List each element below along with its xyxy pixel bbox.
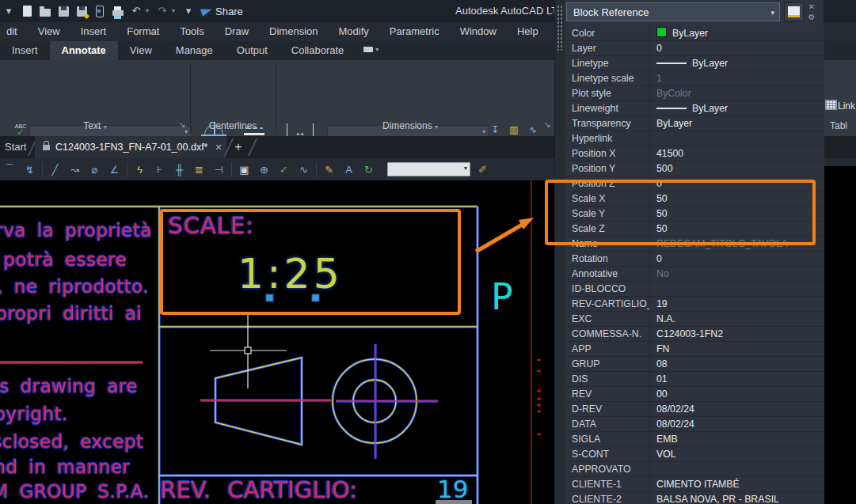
property-value[interactable]: C124003-1FN2 (650, 327, 824, 341)
property-row[interactable]: S-CONTVOL (565, 447, 824, 462)
property-row[interactable]: Rotation0 (565, 252, 824, 267)
new-tab-button[interactable]: + (231, 140, 245, 154)
property-row[interactable]: Hyperlink (565, 131, 824, 146)
dim-text-angle-icon[interactable]: A (341, 162, 356, 177)
property-row[interactable]: LinetypeByLayer (565, 56, 824, 71)
dimensions-dialog-launcher-icon[interactable]: ↘ (544, 120, 550, 129)
property-row[interactable]: Position Z0 (565, 176, 824, 191)
dim-break-icon[interactable]: ⊣ (211, 162, 226, 177)
palette-settings-gear-icon[interactable]: ⚙ (806, 12, 817, 22)
property-row[interactable]: DIS01 (565, 372, 824, 387)
tab-output[interactable]: Output (225, 41, 280, 60)
jog-line-icon[interactable]: ∿ (296, 162, 311, 177)
redo-menu-icon[interactable]: ▾ (171, 5, 176, 17)
property-value[interactable]: 0 (650, 252, 824, 266)
ribbon-minimize-button[interactable]: ▾ (363, 46, 379, 53)
property-value[interactable]: EMB (650, 432, 824, 446)
property-value[interactable]: 41500 (650, 146, 824, 161)
tab-view[interactable]: View (118, 41, 164, 60)
property-row[interactable]: CLIENTE-2BALSA NOVA, PR - BRASIL (565, 492, 824, 504)
property-row[interactable]: NameREDECAM_TITOLO_TAVOLA (565, 237, 824, 252)
property-value[interactable] (650, 462, 824, 476)
print-icon[interactable] (112, 5, 124, 17)
property-row[interactable]: Scale Z50 (565, 222, 824, 237)
menu-item-help[interactable]: Help (507, 22, 549, 41)
link-data-button[interactable]: Link D (838, 100, 856, 112)
menu-item-tools[interactable]: Tools (169, 22, 214, 41)
menu-item-parametric[interactable]: Parametric (379, 22, 450, 41)
property-value[interactable]: 08 (650, 357, 824, 371)
jogged-dim-icon[interactable]: ↯ (22, 162, 37, 177)
property-row[interactable]: Scale X50 (565, 191, 824, 207)
property-value[interactable]: 1 (650, 71, 824, 85)
quick-select-button[interactable] (784, 2, 804, 21)
property-value[interactable]: ByColor (650, 86, 824, 100)
center-mark-icon[interactable]: ⊕ (257, 162, 272, 177)
property-row[interactable]: APPFN (565, 342, 824, 357)
radius-dim-icon[interactable]: ╱ (48, 162, 63, 177)
property-row[interactable]: Layer0 (565, 41, 824, 56)
menu-item-modify[interactable]: Modify (329, 22, 379, 41)
app-menu-down-icon[interactable]: ▾ (3, 5, 14, 17)
menu-item-dit[interactable]: dit (0, 22, 28, 41)
property-value[interactable]: ByLayer (650, 116, 824, 131)
text-panel-label[interactable]: Text ▾ (0, 119, 190, 134)
palette-grip-bar[interactable] (555, 0, 565, 504)
arc-length-dim-icon[interactable]: ⌒ (2, 162, 17, 177)
property-row[interactable]: Linetype scale1 (565, 71, 824, 86)
tab-insert[interactable]: Insert (0, 41, 50, 60)
property-value[interactable]: 50 (650, 207, 824, 221)
quick-dim-icon[interactable]: ϟ (132, 162, 147, 177)
property-value[interactable]: FN (650, 342, 824, 356)
qat-customize-icon[interactable]: ▾ (183, 5, 194, 17)
property-row[interactable]: REV-CARTIGLIO_...19 (565, 297, 824, 312)
property-row[interactable]: D-REV08/02/24 (565, 402, 824, 417)
baseline-dim-icon[interactable]: ⊦ (152, 162, 167, 177)
property-value[interactable]: 0 (650, 176, 824, 191)
property-value[interactable]: 01 (650, 372, 824, 386)
property-value[interactable]: BALSA NOVA, PR - BRASIL (650, 492, 824, 504)
property-value[interactable]: 0 (650, 41, 824, 55)
property-row[interactable]: Plot styleByColor (565, 86, 824, 101)
palette-close-icon[interactable]: ✕ (806, 2, 817, 12)
property-row[interactable]: GRUP08 (565, 357, 824, 372)
tab-collaborate[interactable]: Collaborate (280, 41, 356, 60)
property-row[interactable]: EXCN.A. (565, 312, 824, 327)
undo-icon[interactable]: ↶ (131, 5, 142, 17)
property-value[interactable]: No (650, 267, 824, 281)
dim-edit-icon[interactable]: ✎ (321, 162, 337, 177)
jogged-radius-dim-icon[interactable]: ↝ (67, 162, 82, 177)
share-icon[interactable] (201, 5, 212, 17)
save-icon[interactable] (58, 5, 69, 17)
menu-item-format[interactable]: Format (116, 22, 169, 41)
continue-dim-icon[interactable]: ╫ (172, 162, 187, 177)
property-row[interactable]: REV00 (565, 387, 824, 402)
redo-icon[interactable]: ↷ (157, 5, 168, 17)
property-row[interactable]: LineweightByLayer (565, 101, 824, 116)
dim-override-icon[interactable]: ↻ (361, 162, 376, 177)
active-file-tab[interactable]: C124003-1FN3_FN-A7-01_00.dxf* ✕ (35, 136, 226, 158)
property-row[interactable]: DATA08/02/24 (565, 417, 824, 432)
property-row[interactable]: SIGLAEMB (565, 432, 824, 447)
property-value[interactable]: VOL (650, 447, 824, 461)
dimstyle-dropdown[interactable]: ▾ (387, 162, 470, 176)
property-row[interactable]: Position Y500 (565, 161, 824, 176)
tab-annotate[interactable]: Annotate (50, 41, 118, 60)
dimensions-panel-label[interactable]: Dimensions ▾ (276, 119, 545, 134)
property-row[interactable]: ID-BLOCCO (565, 282, 824, 297)
property-value[interactable]: CIMENTO ITAMBÉ (650, 477, 824, 491)
menu-item-view[interactable]: View (28, 22, 70, 41)
menu-item-window[interactable]: Window (450, 22, 507, 41)
property-value[interactable]: N.A. (650, 312, 824, 326)
new-file-icon[interactable] (21, 5, 32, 17)
dim-style-icon[interactable]: ▣ (237, 162, 252, 177)
diameter-dim-icon[interactable]: ⌀ (87, 162, 102, 177)
dim-update-icon[interactable]: ✓ (276, 162, 291, 177)
angular-dim-icon[interactable]: ∠ (107, 162, 122, 177)
menu-item-insert[interactable]: Insert (70, 22, 117, 41)
property-row[interactable]: ColorByLayer (565, 26, 824, 41)
property-value[interactable]: 08/02/24 (650, 417, 824, 431)
property-value[interactable]: 50 (650, 222, 824, 236)
property-value[interactable]: 500 (650, 161, 824, 176)
property-value[interactable]: ByLayer (650, 101, 824, 116)
